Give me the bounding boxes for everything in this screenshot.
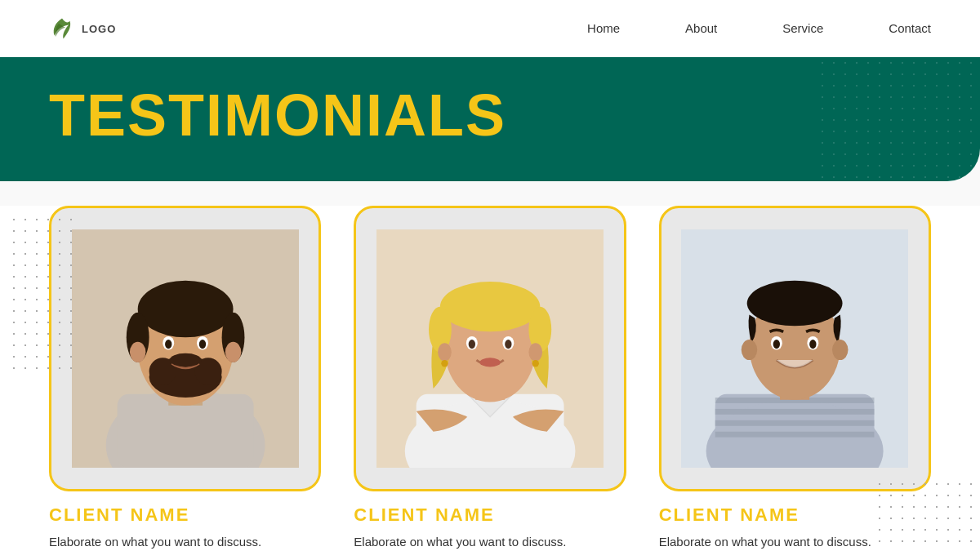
svg-point-14 bbox=[198, 340, 205, 349]
svg-rect-39 bbox=[715, 409, 875, 415]
testimonial-card-3: CLIENT NAME Elaborate on what you want t… bbox=[659, 206, 931, 551]
nav-service[interactable]: Service bbox=[782, 21, 823, 35]
testimonial-card-1: CLIENT NAME Elaborate on what you want t… bbox=[49, 206, 321, 551]
person-2-illustration bbox=[376, 229, 604, 468]
svg-point-33 bbox=[441, 360, 448, 367]
svg-point-44 bbox=[747, 281, 843, 327]
svg-point-16 bbox=[225, 342, 240, 362]
navbar: LOGO Home About Service Contact bbox=[0, 0, 980, 57]
svg-point-50 bbox=[832, 340, 848, 360]
person-3-illustration bbox=[681, 229, 908, 468]
hero-banner: TESTIMONIALS bbox=[0, 57, 980, 181]
nav-home[interactable]: Home bbox=[587, 21, 620, 35]
client-desc-3: Elaborate on what you want to discuss. bbox=[659, 532, 931, 551]
svg-point-48 bbox=[809, 340, 816, 349]
svg-point-47 bbox=[773, 340, 780, 349]
svg-point-34 bbox=[532, 360, 538, 367]
testimonial-card-2: CLIENT NAME Elaborate on what you want t… bbox=[354, 206, 626, 551]
svg-point-30 bbox=[479, 358, 500, 367]
client-desc-1: Elaborate on what you want to discuss. bbox=[49, 532, 321, 551]
client-desc-2: Elaborate on what you want to discuss. bbox=[354, 532, 626, 551]
testimonials-section: CLIENT NAME Elaborate on what you want t… bbox=[0, 206, 980, 551]
svg-rect-41 bbox=[715, 432, 875, 438]
svg-point-29 bbox=[505, 340, 511, 349]
client-name-1: CLIENT NAME bbox=[49, 504, 321, 526]
svg-point-31 bbox=[438, 343, 452, 361]
client-image-3 bbox=[659, 206, 931, 491]
svg-point-28 bbox=[469, 340, 475, 349]
svg-point-23 bbox=[440, 282, 540, 331]
svg-point-5 bbox=[137, 281, 233, 338]
logo[interactable]: LOGO bbox=[49, 17, 116, 40]
person-1-illustration bbox=[72, 229, 299, 468]
logo-text: LOGO bbox=[82, 23, 116, 35]
client-name-2: CLIENT NAME bbox=[354, 504, 626, 526]
svg-point-49 bbox=[742, 340, 757, 360]
svg-point-32 bbox=[528, 343, 542, 361]
svg-rect-40 bbox=[715, 420, 875, 426]
testimonials-grid: CLIENT NAME Elaborate on what you want t… bbox=[49, 206, 931, 551]
svg-point-17 bbox=[169, 353, 201, 367]
logo-icon bbox=[49, 17, 75, 40]
client-image-2 bbox=[354, 206, 626, 491]
nav-links: Home About Service Contact bbox=[587, 21, 931, 36]
svg-point-15 bbox=[129, 342, 145, 362]
svg-point-13 bbox=[165, 340, 172, 349]
nav-about[interactable]: About bbox=[685, 21, 717, 35]
client-image-1 bbox=[49, 206, 321, 491]
page-title: TESTIMONIALS bbox=[49, 82, 931, 149]
client-name-3: CLIENT NAME bbox=[659, 504, 931, 526]
nav-contact[interactable]: Contact bbox=[889, 21, 931, 35]
